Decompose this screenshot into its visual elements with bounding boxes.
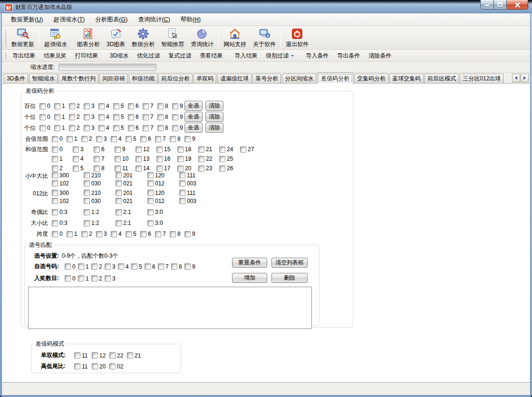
checkbox[interactable] <box>219 156 225 162</box>
exit-software-button[interactable]: 退出软件 <box>282 27 312 49</box>
query-stats-button[interactable]: 查询统计 <box>187 27 217 49</box>
checkbox[interactable] <box>128 114 134 120</box>
checkbox[interactable] <box>69 125 75 131</box>
checkbox[interactable] <box>94 156 100 162</box>
print-results-button[interactable]: 打印结果 <box>71 50 102 62</box>
checkbox[interactable] <box>198 146 204 153</box>
checkbox[interactable] <box>113 125 119 131</box>
select-all-button[interactable]: 全选 <box>184 112 203 122</box>
checkbox[interactable] <box>74 352 80 358</box>
checkbox[interactable] <box>115 156 121 162</box>
view-results-button[interactable]: 查看结果 <box>195 50 227 62</box>
minimize-button[interactable] <box>480 0 494 10</box>
checkbox[interactable] <box>170 136 176 142</box>
checkbox[interactable] <box>128 103 134 109</box>
match-list-box[interactable] <box>28 287 312 329</box>
clear-listbox-button[interactable]: 清空列表框 <box>271 258 308 268</box>
checkbox[interactable] <box>157 114 164 120</box>
checkbox[interactable] <box>98 103 105 109</box>
menu-item-super-shrink[interactable]: 超强缩水(T) <box>48 13 90 26</box>
data-analysis-button[interactable]: 数据分析 <box>128 27 158 49</box>
checkbox[interactable] <box>140 136 146 142</box>
checkbox[interactable] <box>219 146 225 153</box>
checkbox[interactable] <box>111 231 117 237</box>
tab-13[interactable]: 前后区模式 <box>425 74 459 83</box>
checkbox[interactable] <box>145 263 151 270</box>
checkbox[interactable] <box>52 146 58 153</box>
checkbox[interactable] <box>84 180 90 186</box>
tab-10[interactable]: 差值码分析 <box>317 73 353 84</box>
import-results-button[interactable]: 导入结果 <box>230 50 261 62</box>
data-update-button[interactable]: 数据更新 <box>8 27 38 49</box>
checkbox[interactable] <box>52 198 58 204</box>
toolbar-grip[interactable] <box>5 52 7 59</box>
checkbox[interactable] <box>67 136 73 142</box>
checkbox[interactable] <box>184 263 191 270</box>
redeem-results-button[interactable]: 结果兑奖 <box>39 50 71 62</box>
checkbox[interactable] <box>135 146 142 153</box>
tab-scroll-left-button[interactable] <box>512 74 520 82</box>
checkbox[interactable] <box>131 263 137 270</box>
clear-button[interactable]: 清除 <box>205 112 223 122</box>
checkbox[interactable] <box>111 136 117 142</box>
checkbox[interactable] <box>96 136 102 142</box>
menu-item-data-update[interactable]: 数据更新(U) <box>6 13 48 26</box>
checkbox[interactable] <box>156 165 163 172</box>
checkbox[interactable] <box>73 146 79 153</box>
checkbox[interactable] <box>109 352 116 358</box>
select-all-button[interactable]: 全选 <box>184 123 203 133</box>
checkbox[interactable] <box>157 103 164 109</box>
menu-item-help[interactable]: 帮助(H) <box>175 13 206 26</box>
checkbox[interactable] <box>156 146 163 153</box>
checkbox[interactable] <box>91 275 97 281</box>
checkbox[interactable] <box>96 231 102 237</box>
tab-2[interactable]: 尾数个数行列 <box>58 74 98 83</box>
checkbox[interactable] <box>113 103 119 109</box>
shrink-3d-button[interactable]: 3D缩水 <box>106 50 133 62</box>
checkbox[interactable] <box>158 263 164 270</box>
checkbox[interactable] <box>179 172 185 178</box>
tab-0[interactable]: 3D条件 <box>4 74 28 83</box>
checkbox[interactable] <box>177 146 184 153</box>
checkbox[interactable] <box>147 172 154 178</box>
tab-12[interactable]: 蓝球交集码 <box>389 74 424 83</box>
tab-8[interactable]: 落号分析 <box>252 74 281 83</box>
titlebar[interactable]: 财 财富百万通加强水晶版 <box>0 0 532 13</box>
checkbox[interactable] <box>128 125 134 131</box>
checkbox[interactable] <box>172 114 178 120</box>
checkbox[interactable] <box>73 156 79 162</box>
checkbox[interactable] <box>52 165 58 172</box>
checkbox[interactable] <box>84 103 90 109</box>
level-filter-button[interactable]: 级别过滤 <box>261 50 298 62</box>
checkbox[interactable] <box>98 125 105 131</box>
checkbox[interactable] <box>140 231 146 237</box>
tab-4[interactable]: 和值功能 <box>129 74 157 83</box>
reset-conditions-button[interactable]: 重置条件 <box>232 258 267 268</box>
checkbox[interactable] <box>69 103 75 109</box>
tab-6[interactable]: 单双码 <box>193 74 216 83</box>
checkbox[interactable] <box>81 231 87 237</box>
optimize-filter-button[interactable]: 优化过滤 <box>133 50 164 62</box>
checkbox[interactable] <box>54 114 60 120</box>
checkbox[interactable] <box>52 220 58 226</box>
checkbox[interactable] <box>52 190 58 196</box>
checkbox[interactable] <box>184 136 191 142</box>
tab-3[interactable]: 间距容错 <box>99 74 128 83</box>
compound-filter-button[interactable]: 复式过滤 <box>164 50 195 62</box>
close-button[interactable] <box>507 0 528 10</box>
checkbox[interactable] <box>116 209 122 215</box>
checkbox[interactable] <box>84 172 90 178</box>
checkbox[interactable] <box>113 114 119 120</box>
checkbox[interactable] <box>116 198 122 204</box>
checkbox[interactable] <box>74 363 80 369</box>
checkbox[interactable] <box>92 363 98 369</box>
checkbox[interactable] <box>105 263 111 270</box>
checkbox[interactable] <box>115 146 121 153</box>
checkbox[interactable] <box>84 198 90 204</box>
tab-9[interactable]: 分区间缩水 <box>282 74 316 83</box>
clear-button[interactable]: 清除 <box>205 101 223 111</box>
checkbox[interactable] <box>177 165 184 172</box>
export-results-button[interactable]: 导出结果 <box>8 50 39 62</box>
checkbox[interactable] <box>184 231 191 237</box>
checkbox[interactable] <box>52 172 58 178</box>
